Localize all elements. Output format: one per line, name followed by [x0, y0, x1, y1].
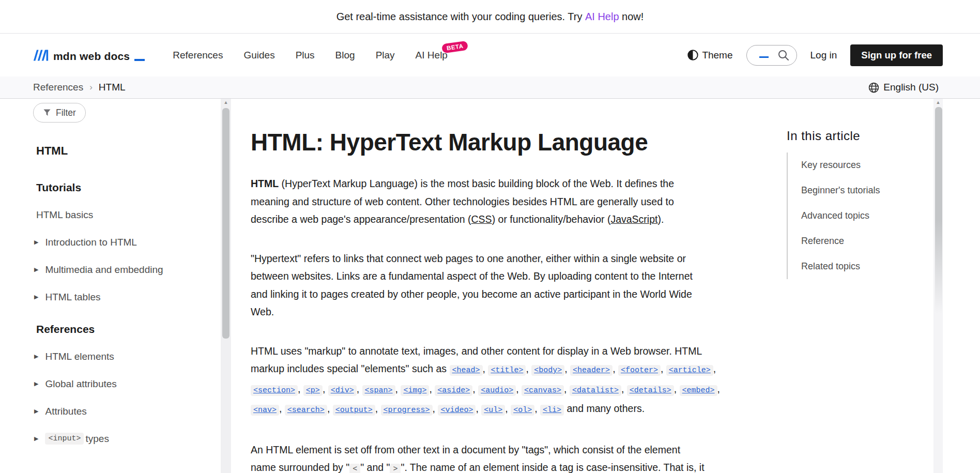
banner-text-before: Get real-time assistance with your codin…	[336, 11, 585, 23]
text-run: "Hypertext" refers to links that connect…	[251, 253, 686, 264]
language-label: English (US)	[883, 82, 939, 93]
logo-cursor-underscore	[134, 59, 145, 61]
text-run: ,	[534, 403, 540, 414]
nav-link[interactable]: AI HelpBETA	[416, 50, 448, 61]
element-link[interactable]: <aside>	[435, 385, 472, 396]
nav-link[interactable]: Guides	[243, 50, 274, 61]
inline-link[interactable]: JavaScript	[610, 213, 657, 225]
theme-toggle[interactable]: Theme	[687, 50, 732, 61]
search-input[interactable]	[746, 45, 797, 66]
toc-item[interactable]: Related topics	[788, 254, 931, 279]
sidebar-entry[interactable]: HTML tables	[33, 283, 221, 311]
signup-button[interactable]: Sign up for free	[850, 44, 943, 66]
inline-link[interactable]: CSS	[471, 213, 492, 225]
sidebar-entry-label: types	[85, 433, 109, 445]
text-run: ,	[483, 363, 488, 374]
element-link[interactable]: <div>	[328, 385, 357, 396]
sidebar-entry[interactable]: HTML basics	[33, 201, 221, 228]
text-run: ,	[375, 403, 381, 414]
paragraph: HTML (HyperText Markup Language) is the …	[251, 175, 773, 228]
element-link[interactable]: <ol>	[511, 405, 534, 416]
paragraph: "Hypertext" refers to links that connect…	[251, 250, 773, 321]
sidebar-entry[interactable]: HTML	[33, 144, 221, 158]
expand-arrow-icon[interactable]	[34, 380, 38, 387]
element-link[interactable]: <search>	[285, 405, 327, 416]
promo-banner: Get real-time assistance with your codin…	[0, 0, 980, 34]
expand-arrow-icon[interactable]	[34, 353, 38, 360]
text-run: ,	[476, 403, 481, 414]
element-link[interactable]: <datalist>	[570, 385, 621, 396]
expand-arrow-icon[interactable]	[34, 266, 38, 273]
main-scrollbar[interactable]	[933, 99, 943, 473]
text-run: HTML uses "markup" to annotate text, ima…	[251, 345, 702, 357]
element-link[interactable]: <span>	[362, 385, 395, 396]
text-run: An HTML element is set off from other te…	[251, 444, 680, 455]
element-link[interactable]: <embed>	[680, 385, 717, 396]
article: HTML: HyperText Markup Language HTML (Hy…	[251, 99, 773, 473]
text-run: and linking it to pages created by other…	[251, 288, 692, 300]
sidebar-entry[interactable]: Introduction to HTML	[33, 228, 221, 256]
language-switcher[interactable]: English (US)	[868, 82, 939, 93]
element-link[interactable]: <body>	[531, 365, 564, 376]
element-link[interactable]: <audio>	[478, 385, 516, 396]
element-link[interactable]: <footer>	[618, 365, 661, 376]
element-link[interactable]: <head>	[450, 365, 483, 376]
element-link[interactable]: <ul>	[481, 405, 505, 416]
element-link[interactable]: <details>	[627, 385, 674, 396]
toc: In this article Key resources Beginner's…	[787, 99, 931, 279]
sidebar-entry[interactable]: <input> types	[33, 425, 221, 452]
element-link[interactable]: <li>	[540, 405, 564, 416]
element-link[interactable]: <output>	[333, 405, 375, 416]
toc-item[interactable]: Beginner's tutorials	[788, 178, 931, 203]
text-run: ,	[357, 383, 362, 394]
element-link[interactable]: <header>	[570, 365, 612, 376]
nav-link[interactable]: References	[173, 50, 223, 61]
sidebar-entry[interactable]: Attributes	[33, 398, 221, 425]
expand-arrow-icon[interactable]	[34, 239, 38, 246]
expand-arrow-icon[interactable]	[34, 294, 38, 300]
site-header: mdn web docs References Guides Plus Blog…	[0, 34, 980, 77]
text-run: markup includes special "elements" such …	[251, 363, 450, 374]
element-link[interactable]: <video>	[438, 405, 476, 416]
nav-link[interactable]: Blog	[335, 50, 355, 61]
element-link[interactable]: <article>	[666, 365, 713, 376]
main-scrollbar-thumb[interactable]	[935, 107, 942, 314]
text-run: ,	[395, 383, 401, 394]
nav-link[interactable]: Play	[376, 50, 395, 61]
sidebar-entry[interactable]: HTML elements	[33, 343, 221, 370]
element-link[interactable]: <canvas>	[522, 385, 564, 396]
sidebar-entry[interactable]: Global attributes	[33, 370, 221, 398]
text-run: ,	[472, 383, 478, 394]
text-run: (HyperText Markup Language) is the most …	[279, 178, 674, 189]
sidebar-entry[interactable]: References	[33, 323, 221, 335]
text-run: ,	[516, 383, 522, 394]
element-link[interactable]: <progress>	[381, 405, 433, 416]
banner-ai-help-link[interactable]: AI Help	[585, 11, 619, 23]
scroll-up-arrow-icon[interactable]	[933, 100, 943, 105]
theme-label: Theme	[702, 50, 732, 61]
element-link[interactable]: <p>	[303, 385, 323, 396]
sidebar-entry[interactable]: Multimedia and embedding	[33, 256, 221, 283]
sidebar-entry[interactable]: Tutorials	[33, 181, 221, 194]
breadcrumb-separator-icon: ›	[89, 82, 93, 93]
toc-item[interactable]: Key resources	[788, 152, 931, 178]
sidebar-scrollbar[interactable]	[221, 99, 231, 473]
breadcrumb-current[interactable]: HTML	[99, 82, 126, 93]
element-link[interactable]: <title>	[488, 365, 526, 376]
text-run: Web.	[251, 306, 274, 317]
mdn-logo[interactable]: mdn web docs	[33, 48, 145, 63]
toc-item[interactable]: Reference	[788, 228, 931, 254]
expand-arrow-icon[interactable]	[34, 435, 38, 442]
breadcrumb-references[interactable]: References	[33, 82, 83, 93]
login-link[interactable]: Log in	[810, 50, 837, 61]
sidebar-scrollbar-thumb[interactable]	[222, 108, 229, 339]
nav-link[interactable]: Plus	[296, 50, 315, 61]
text-run: ,	[323, 383, 328, 394]
expand-arrow-icon[interactable]	[34, 408, 38, 415]
element-link[interactable]: <section>	[251, 385, 298, 396]
scroll-up-arrow-icon[interactable]	[221, 100, 231, 105]
element-link[interactable]: <nav>	[251, 405, 279, 416]
toc-item[interactable]: Advanced topics	[788, 203, 931, 228]
filter-button[interactable]: Filter	[33, 103, 86, 123]
element-link[interactable]: <img>	[401, 385, 429, 396]
